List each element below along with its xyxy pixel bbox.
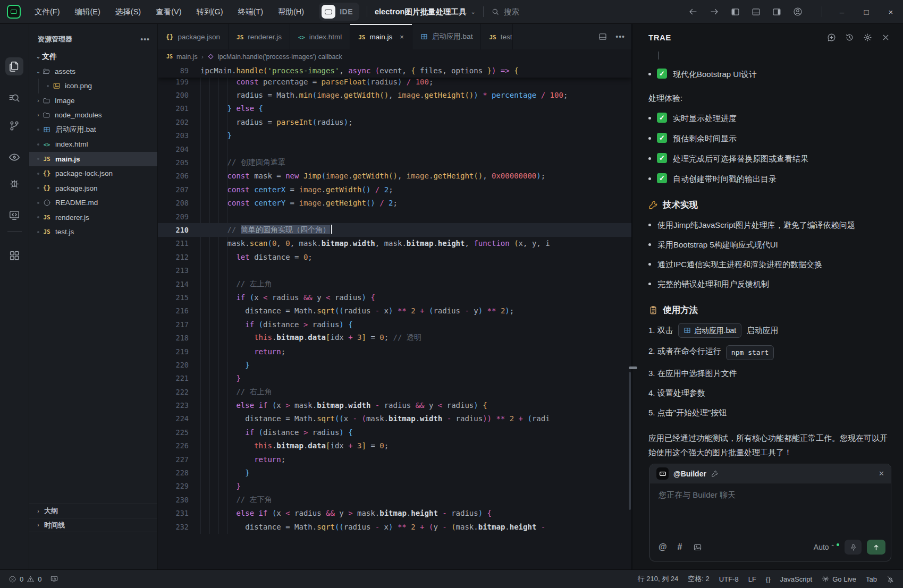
code-line-227[interactable]: 227 return; <box>158 453 631 466</box>
breadcrumb[interactable]: JS main.js › ipcMain.handle('process-ima… <box>158 49 632 64</box>
project-title[interactable]: electron图片批量处理工具 <box>375 7 466 17</box>
code-line-230[interactable]: 230 // 左下角 <box>158 493 631 506</box>
tab-renderer.js[interactable]: JS renderer.js <box>229 24 290 49</box>
history-icon[interactable] <box>845 33 854 42</box>
code-line-209[interactable]: 209 <box>158 210 631 223</box>
activitybar-extensions[interactable] <box>5 246 23 265</box>
tab-package.json[interactable]: {} package.json <box>158 24 229 49</box>
tree-item-node_modules[interactable]: ›node_modules <box>29 108 157 123</box>
activitybar-explorer[interactable] <box>5 57 23 75</box>
activitybar-source-control[interactable] <box>5 117 23 135</box>
menu-5[interactable]: 终端(T) <box>231 4 269 20</box>
code-line-231[interactable]: 231 else if (x < radius && y > mask.bitm… <box>158 507 631 520</box>
breadcrumb-symbol[interactable]: ipcMain.handle('process-images') callbac… <box>218 53 342 61</box>
code-line-206[interactable]: 206 const mask = new Jimp(image.getWidth… <box>158 169 631 183</box>
gear-icon[interactable] <box>863 33 872 42</box>
sash-handle[interactable] <box>629 367 637 369</box>
code-line-229[interactable]: 229 } <box>158 480 631 493</box>
code-line-215[interactable]: 215 if (x < radius && y < radius) { <box>158 291 631 304</box>
code-line-208[interactable]: 208 const centerY = image.getHeight() / … <box>158 197 631 210</box>
account-icon[interactable] <box>793 7 803 16</box>
problems-status[interactable]: 0 0 <box>0 575 58 583</box>
status-{}[interactable]: {} <box>766 575 771 583</box>
menu-3[interactable]: 查看(V) <box>149 4 188 20</box>
tab-index.html[interactable]: <> index.html <box>290 24 350 49</box>
minimize-button[interactable]: – <box>830 7 854 16</box>
layout-sidebar-right-icon[interactable] <box>772 7 781 16</box>
tree-item-assets[interactable]: ⌄assets <box>29 64 157 79</box>
mention-icon[interactable]: @ <box>659 542 667 552</box>
code-line-89[interactable]: 89ipcMain.handle('process-images', async… <box>158 64 631 77</box>
tree-item-icon.png[interactable]: icon.png <box>29 79 157 93</box>
activitybar-preview[interactable] <box>5 148 23 166</box>
code-line-201[interactable]: 201 } else { <box>158 102 631 115</box>
split-panel-icon[interactable] <box>598 32 607 41</box>
timeline-section[interactable]: › 时间线 <box>29 518 157 532</box>
notifications-muted-icon[interactable] <box>887 575 894 583</box>
tree-item-renderer.js[interactable]: JSrenderer.js <box>29 210 157 225</box>
chat-input-placeholder[interactable]: 您正在与 Builder 聊天 <box>650 483 891 507</box>
code-line-211[interactable]: 211 mask.scan(0, 0, mask.bitmap.width, m… <box>158 237 631 250</box>
code-line-212[interactable]: 212 let distance = 0; <box>158 250 631 263</box>
maximize-button[interactable]: □ <box>854 7 879 16</box>
code-line-200[interactable]: 200 radius = Math.min(image.getWidth(), … <box>158 88 631 101</box>
tree-item-README.md[interactable]: README.md <box>29 195 157 210</box>
code-line-218[interactable]: 218 this.bitmap.data[idx + 3] = 0; // 透明 <box>158 331 631 344</box>
more-actions-icon[interactable]: ••• <box>615 32 625 41</box>
menu-4[interactable]: 转到(G) <box>190 4 230 20</box>
close-tab-icon[interactable]: × <box>400 33 404 41</box>
inline-chip[interactable]: 启动应用.bat <box>678 323 741 338</box>
layout-panel-icon[interactable] <box>752 7 761 16</box>
menu-0[interactable]: 文件(F) <box>28 4 66 20</box>
forward-icon[interactable] <box>710 7 719 16</box>
tree-item-启动应用.bat[interactable]: 启动应用.bat <box>29 123 157 138</box>
activitybar-search[interactable] <box>5 89 23 107</box>
context-hash-icon[interactable]: # <box>678 542 682 552</box>
code-line-205[interactable]: 205 // 创建圆角遮罩 <box>158 156 631 169</box>
code-line-221[interactable]: 221 } <box>158 372 631 385</box>
tree-item-package-lock.json[interactable]: {}package-lock.json <box>29 166 157 181</box>
more-actions-icon[interactable]: ••• <box>140 35 150 44</box>
ide-mode-badge[interactable]: IDE <box>319 3 359 21</box>
tree-item-Image[interactable]: ›Image <box>29 93 157 108</box>
code-line-210[interactable]: 210 // 简单的圆角实现（四个角） <box>158 223 631 236</box>
activitybar-debug[interactable] <box>5 174 23 192</box>
editor-scrollbar[interactable] <box>629 372 631 510</box>
code-line-220[interactable]: 220 } <box>158 358 631 371</box>
code-line-214[interactable]: 214 // 左上角 <box>158 277 631 291</box>
code-line-228[interactable]: 228 } <box>158 466 631 479</box>
code-line-223[interactable]: 223 else if (x > mask.bitmap.width - rad… <box>158 398 631 412</box>
tree-item-test.js[interactable]: JStest.js <box>29 225 157 240</box>
tab-test.js[interactable]: JS test.js <box>481 24 513 49</box>
tree-item-package.json[interactable]: {}package.json <box>29 181 157 196</box>
status-JavaScript[interactable]: JavaScript <box>780 575 813 583</box>
ports-icon[interactable] <box>50 575 58 583</box>
tree-item-main.js[interactable]: JSmain.js <box>29 152 157 167</box>
outline-section[interactable]: › 大纲 <box>29 504 157 518</box>
code-line-207[interactable]: 207 const centerX = image.getWidth() / 2… <box>158 183 631 196</box>
layout-sidebar-left-icon[interactable] <box>731 7 740 16</box>
chevron-down-icon[interactable]: ⌄ <box>470 8 475 15</box>
new-chat-icon[interactable] <box>827 33 836 42</box>
sticky-scroll-line[interactable]: 89ipcMain.handle('process-images', async… <box>158 64 631 78</box>
voice-input-button[interactable] <box>845 540 862 555</box>
chat-input-box[interactable]: @Builder ✕ 您正在与 Builder 聊天 @ # Auto⌃ <box>649 464 891 561</box>
code-line-216[interactable]: 216 distance = Math.sqrt((radius - x) **… <box>158 304 631 318</box>
code-line-213[interactable]: 213 <box>158 263 631 277</box>
agent-handle[interactable]: @Builder <box>673 470 706 478</box>
code-line-217[interactable]: 217 if (distance > radius) { <box>158 318 631 331</box>
tree-root[interactable]: ⌄文件 <box>29 49 157 64</box>
activitybar-remote[interactable] <box>5 206 23 224</box>
status-Tab[interactable]: Tab <box>866 575 877 583</box>
menu-2[interactable]: 选择(S) <box>109 4 147 20</box>
back-icon[interactable] <box>688 7 698 16</box>
global-search[interactable]: 搜索 <box>491 7 519 17</box>
code-line-219[interactable]: 219 return; <box>158 345 631 358</box>
status-LF[interactable]: LF <box>748 575 756 583</box>
code-line-202[interactable]: 202 radius = parseInt(radius); <box>158 115 631 129</box>
code-line-203[interactable]: 203 } <box>158 129 631 142</box>
tab-main.js[interactable]: JS main.js × <box>350 24 412 49</box>
menu-6[interactable]: 帮助(H) <box>272 4 310 20</box>
inline-chip[interactable]: npm start <box>726 345 774 360</box>
send-button[interactable] <box>867 540 885 555</box>
